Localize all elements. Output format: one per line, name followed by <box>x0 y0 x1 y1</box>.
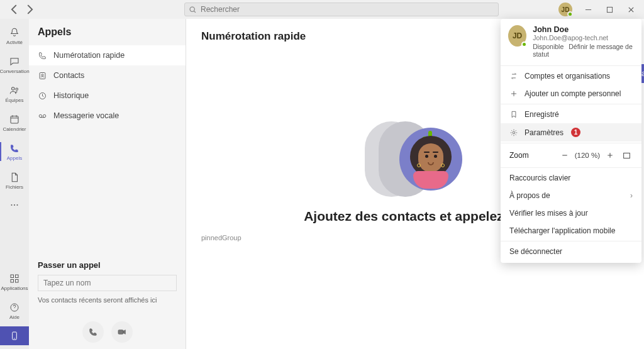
phone-icon <box>88 327 98 337</box>
rail-item-teams[interactable]: Équipes <box>0 80 29 107</box>
rail-item-calendar[interactable]: Calendrier <box>0 109 29 136</box>
menu-shortcuts[interactable]: Raccourcis clavier <box>501 169 641 187</box>
make-call-section: Passer un appel Vos contacts récents ser… <box>29 254 186 313</box>
rail-item-chat[interactable]: Conversation <box>0 52 29 78</box>
profile-menu: JD John Doe John.Doe@apog-tech.net Dispo… <box>501 19 641 263</box>
rail-item-help[interactable]: Aide <box>0 297 29 324</box>
menu-saved[interactable]: Enregistré <box>501 106 641 123</box>
rail-mobile-button[interactable] <box>0 326 29 345</box>
menu-accounts[interactable]: Comptes et organisations <box>501 67 641 85</box>
nav-back-button[interactable] <box>8 3 21 16</box>
rail-label: Équipes <box>6 97 24 103</box>
svg-rect-1 <box>607 7 612 12</box>
phone-icon <box>38 51 47 60</box>
svg-rect-22 <box>623 153 630 158</box>
sidebar-item-contacts[interactable]: Contacts <box>29 65 186 86</box>
empty-state-illustration <box>365 118 465 200</box>
svg-rect-8 <box>11 275 14 278</box>
fullscreen-button[interactable] <box>620 149 633 162</box>
profile-email: John.Doe@apog-tech.net <box>533 34 634 42</box>
rail-item-activity[interactable]: Activité <box>0 23 29 49</box>
presence-indicator <box>521 42 527 47</box>
minimize-icon <box>585 6 592 13</box>
sidebar-item-label: Historique <box>53 91 89 100</box>
svg-rect-11 <box>16 279 19 282</box>
gear-icon <box>509 128 518 137</box>
profile-name: John Doe <box>533 25 634 34</box>
svg-point-3 <box>16 88 18 90</box>
rail-label: Conversation <box>0 69 30 74</box>
menu-settings[interactable]: Paramètres 1 <box>501 123 641 141</box>
video-call-button[interactable] <box>111 321 133 343</box>
nav-forward-button[interactable] <box>23 3 36 16</box>
rail-label: Appels <box>7 155 22 161</box>
rail-label: Aide <box>9 314 19 320</box>
svg-point-0 <box>190 7 194 11</box>
menu-about[interactable]: À propos de› <box>501 187 641 204</box>
close-icon <box>628 6 635 13</box>
dial-name-input[interactable] <box>38 275 177 291</box>
sidebar-item-label: Contacts <box>53 71 84 80</box>
maximize-icon <box>606 6 613 13</box>
minus-icon <box>561 152 569 159</box>
svg-rect-10 <box>11 279 14 282</box>
profile-avatar-button[interactable]: JD <box>558 3 572 16</box>
profile-status[interactable]: Disponible <box>533 43 564 50</box>
svg-point-21 <box>513 131 515 134</box>
recent-contacts-hint: Vos contacts récents seront affichés ici <box>38 296 177 304</box>
menu-add-account[interactable]: Ajouter un compte personnel <box>501 85 641 102</box>
menu-check-updates[interactable]: Vérifier les mises à jour <box>501 204 641 222</box>
rail-item-files[interactable]: Fichiers <box>0 167 29 194</box>
plus-icon <box>509 89 518 98</box>
svg-rect-19 <box>118 330 123 335</box>
fullscreen-icon <box>623 152 631 160</box>
plus-icon <box>606 152 614 159</box>
sidebar-item-label: Messagerie vocale <box>53 111 119 120</box>
rail-item-calls[interactable]: Appels <box>0 138 29 165</box>
rail-label: Applications <box>1 285 28 291</box>
zoom-out-button[interactable] <box>558 149 571 162</box>
audio-call-button[interactable] <box>82 321 104 343</box>
sidebar-item-voicemail[interactable]: Messagerie vocale <box>29 106 186 126</box>
pinned-group-label: pinnedGroup <box>201 234 242 241</box>
search-input[interactable] <box>201 5 494 14</box>
chevron-right-icon: › <box>630 191 633 200</box>
zoom-in-button[interactable] <box>604 149 616 162</box>
rail-item-apps[interactable]: Applications <box>0 269 29 295</box>
swap-icon <box>509 72 518 80</box>
rail-label: Fichiers <box>6 184 23 190</box>
more-icon <box>9 199 20 211</box>
sidebar-item-speed-dial[interactable]: Numérotation rapide <box>29 45 186 65</box>
svg-point-18 <box>43 114 45 117</box>
chat-icon <box>9 56 20 67</box>
menu-download-mobile[interactable]: Télécharger l'application mobile <box>501 222 641 240</box>
svg-rect-4 <box>11 116 18 123</box>
window-maximize-button[interactable] <box>599 1 620 18</box>
rail-item-more[interactable] <box>0 196 29 214</box>
window-close-button[interactable] <box>620 1 641 18</box>
svg-point-6 <box>14 204 15 206</box>
chevron-right-icon <box>23 3 36 16</box>
sidebar-item-history[interactable]: Historique <box>29 86 186 106</box>
app-rail: Activité Conversation Équipes Calendrier… <box>0 19 29 349</box>
apps-icon <box>9 273 20 284</box>
empty-state-caption: Ajoutez des contacts et appelez-les <box>304 209 526 224</box>
svg-point-2 <box>12 87 15 90</box>
presence-indicator <box>567 11 573 17</box>
calls-side-panel: Appels Numérotation rapide Contacts Hist… <box>29 19 186 349</box>
search-box[interactable] <box>184 3 499 16</box>
title-bar: JD <box>0 0 644 19</box>
sidebar-item-label: Numérotation rapide <box>53 51 125 60</box>
zoom-label: Zoom <box>509 151 555 160</box>
help-icon <box>9 302 20 313</box>
menu-sign-out[interactable]: Se déconnecter <box>501 243 641 260</box>
chevron-left-icon <box>8 3 21 16</box>
window-minimize-button[interactable] <box>577 1 599 18</box>
rail-label: Activité <box>6 40 23 45</box>
calendar-icon <box>9 114 20 125</box>
svg-rect-9 <box>16 275 19 278</box>
phone-icon <box>9 143 20 154</box>
bell-icon <box>9 27 20 38</box>
svg-point-7 <box>17 204 18 206</box>
svg-point-17 <box>39 114 42 117</box>
